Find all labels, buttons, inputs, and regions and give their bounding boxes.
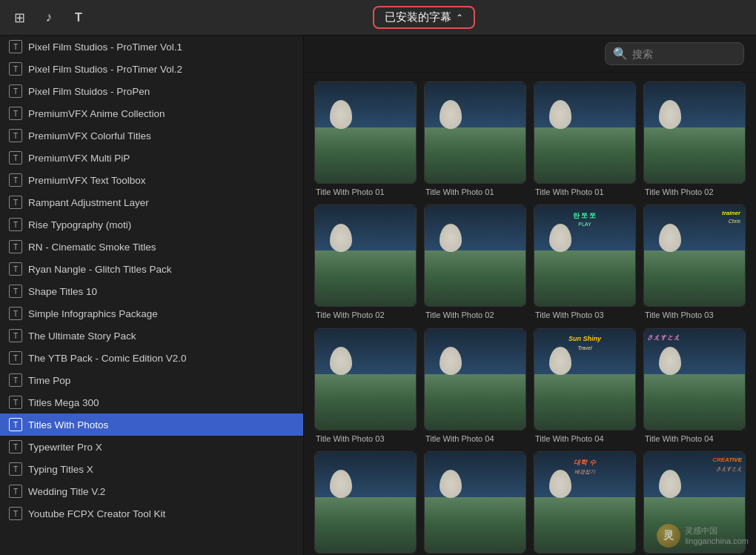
grid-item-2[interactable]: Jennifer Gibbs Student Title With Photo … xyxy=(534,82,636,197)
grid-item-9[interactable]: with photos Title With Photo 04 xyxy=(424,328,526,444)
sidebar-item-9[interactable]: TRN - Cinematic Smoke Titles xyxy=(0,236,303,258)
grid-item-7[interactable]: trainer Chris Title With Photo 03 xyxy=(643,205,746,320)
sidebar-item-icon-11: T xyxy=(9,285,22,298)
sidebar-item-icon-5: T xyxy=(9,151,22,164)
content-header: 🔍 xyxy=(304,36,756,73)
sidebar-item-label-10: Ryan Nangle - Glitch Titles Pack xyxy=(28,264,172,275)
grid-icon[interactable]: ⊞ xyxy=(9,7,30,28)
sidebar-item-label-18: Typewriter Pro X xyxy=(28,442,102,453)
top-bar: ⊞ ♪ T 已安装的字幕 ⌃ xyxy=(0,0,756,36)
sidebar-item-20[interactable]: TWedding Title V.2 xyxy=(0,480,303,502)
sidebar-item-14[interactable]: TThe YTB Pack - Comic Edition V2.0 xyxy=(0,347,303,369)
sidebar-item-18[interactable]: TTypewriter Pro X xyxy=(0,436,303,458)
sidebar-item-19[interactable]: TTyping Titles X xyxy=(0,458,303,480)
sidebar-item-2[interactable]: TPixel Film Stuidos - ProPen xyxy=(0,80,303,102)
sidebar-item-7[interactable]: TRampant Adjustment Layer xyxy=(0,191,303,213)
sidebar-item-icon-15: T xyxy=(9,373,22,387)
thumbnail-7: trainer Chris xyxy=(643,205,746,307)
sidebar-item-icon-7: T xyxy=(9,196,22,209)
search-box[interactable]: 🔍 xyxy=(605,42,744,65)
grid-item-11[interactable]: さえすとえ Title With Photo 04 xyxy=(643,328,746,444)
thumbnail-14: 대학 수 배경잡기 xyxy=(534,451,636,554)
sidebar-item-label-21: Youtube FCPX Creator Tool Kit xyxy=(28,508,165,519)
sidebar-item-15[interactable]: TTime Pop xyxy=(0,369,303,391)
grid-item-1[interactable]: Producer Studios Title With Photo 01 xyxy=(424,82,526,197)
chevron-icon: ⌃ xyxy=(456,13,463,23)
grid-item-8[interactable]: Olivia Wilson Tutor Title With Photo 03 xyxy=(314,328,417,444)
sidebar-item-icon-4: T xyxy=(9,129,22,142)
sidebar-item-icon-13: T xyxy=(9,329,22,342)
text-icon[interactable]: T xyxy=(68,7,89,28)
sidebar-item-label-20: Wedding Title V.2 xyxy=(28,486,105,497)
sidebar-item-17[interactable]: TTitles With Photos xyxy=(0,413,303,436)
sidebar-item-8[interactable]: TRise Typography (moti) xyxy=(0,213,303,236)
sidebar-item-12[interactable]: TSimple Infographics Package xyxy=(0,302,303,325)
sidebar-item-label-0: Pixel Film Studios - ProTimer Vol.1 xyxy=(28,41,182,53)
sidebar-item-label-9: RN - Cinematic Smoke Titles xyxy=(28,242,156,253)
grid-item-10[interactable]: Sun Shiny Travel Title With Photo 04 xyxy=(534,328,636,444)
sidebar-item-icon-6: T xyxy=(9,173,22,187)
grid-item-5[interactable]: Together Tutor Title With Photo 02 xyxy=(424,205,526,320)
sidebar-item-1[interactable]: TPixel Film Studios - ProTimer Vol.2 xyxy=(0,58,303,80)
sidebar-item-label-8: Rise Typography (moti) xyxy=(28,219,131,230)
grid-label-8: Title With Photo 03 xyxy=(314,433,417,444)
sidebar-item-label-6: PremiumVFX Text Toolbox xyxy=(28,175,146,186)
grid-label-7: Title With Photo 03 xyxy=(643,310,746,320)
grid-label-5: Title With Photo 02 xyxy=(424,310,526,320)
sidebar-item-label-16: Titles Mega 300 xyxy=(28,397,99,408)
sidebar-item-icon-18: T xyxy=(9,440,22,453)
sidebar-item-label-4: PremiumVFX Colorful Titles xyxy=(28,130,151,142)
thumbnail-5: Together Tutor xyxy=(424,205,526,307)
grid-container: SUSAN GARCIA Student Title With Photo 01… xyxy=(304,73,756,555)
sidebar-item-13[interactable]: TThe Ultimate Story Pack xyxy=(0,325,303,347)
sidebar-item-6[interactable]: TPremiumVFX Text Toolbox xyxy=(0,169,303,191)
toolbar-icons: ⊞ ♪ T xyxy=(9,7,89,28)
sidebar-item-icon-14: T xyxy=(9,351,22,365)
music-icon[interactable]: ♪ xyxy=(39,7,59,28)
sidebar-item-icon-19: T xyxy=(9,462,22,476)
grid-label-3: Title With Photo 02 xyxy=(643,187,746,197)
grid-item-12[interactable]: 갔수 카 충남자 Title With Photo 05 xyxy=(314,451,417,555)
sidebar-item-icon-10: T xyxy=(9,262,22,276)
sidebar-item-icon-8: T xyxy=(9,218,22,231)
sidebar-item-3[interactable]: TPremiumVFX Anime Collection xyxy=(0,102,303,124)
sidebar-item-4[interactable]: TPremiumVFX Colorful Titles xyxy=(0,124,303,147)
sidebar-item-16[interactable]: TTitles Mega 300 xyxy=(0,391,303,413)
sidebar-item-label-11: Shape Titles 10 xyxy=(28,286,97,297)
watermark-logo: 灵 xyxy=(657,524,680,548)
grid-item-6[interactable]: 란쪼쪼 PLAY Title With Photo 03 xyxy=(534,205,636,320)
sidebar-item-21[interactable]: TYoutube FCPX Creator Tool Kit xyxy=(0,502,303,525)
watermark-text: 灵感中国lingganchina.com xyxy=(685,525,749,547)
thumbnail-2: Jennifer Gibbs Student xyxy=(534,82,636,184)
sidebar-item-10[interactable]: TRyan Nangle - Glitch Titles Pack xyxy=(0,258,303,280)
sidebar-item-icon-21: T xyxy=(9,507,22,520)
sidebar-item-label-13: The Ultimate Story Pack xyxy=(28,330,136,342)
thumbnail-11: さえすとえ xyxy=(643,328,746,431)
sidebar: TPixel Film Studios - ProTimer Vol.1TPix… xyxy=(0,36,304,555)
grid-item-13[interactable]: TitleMaker Title With Photo 05 xyxy=(424,451,526,555)
grid-item-0[interactable]: SUSAN GARCIA Student Title With Photo 01 xyxy=(314,82,417,197)
search-input[interactable] xyxy=(632,48,736,60)
thumbnail-9: with photos xyxy=(424,328,526,431)
thumbnail-1: Producer Studios xyxy=(424,82,526,184)
sidebar-item-icon-16: T xyxy=(9,396,22,409)
thumbnail-3: MANGO music xyxy=(643,82,746,184)
main-area: TPixel Film Studios - ProTimer Vol.1TPix… xyxy=(0,36,756,555)
sidebar-item-label-14: The YTB Pack - Comic Edition V2.0 xyxy=(28,353,187,364)
sidebar-item-11[interactable]: TShape Titles 10 xyxy=(0,280,303,302)
sidebar-item-icon-2: T xyxy=(9,84,22,98)
installed-dropdown[interactable]: 已安装的字幕 ⌃ xyxy=(373,6,475,29)
grid-item-14[interactable]: 대학 수 배경잡기 Title With Photo 05 xyxy=(534,451,636,555)
grid-item-4[interactable]: 남성 모델 Title With Photo 02 xyxy=(314,205,417,320)
sidebar-item-5[interactable]: TPremiumVFX Multi PiP xyxy=(0,147,303,169)
sidebar-item-label-7: Rampant Adjustment Layer xyxy=(28,197,149,208)
sidebar-item-label-5: PremiumVFX Multi PiP xyxy=(28,153,130,164)
sidebar-item-label-2: Pixel Film Stuidos - ProPen xyxy=(28,86,150,97)
thumbnail-0: SUSAN GARCIA Student xyxy=(314,82,417,184)
grid-label-2: Title With Photo 01 xyxy=(534,187,636,197)
grid-label-11: Title With Photo 04 xyxy=(643,433,746,444)
sidebar-item-0[interactable]: TPixel Film Studios - ProTimer Vol.1 xyxy=(0,36,303,58)
sidebar-item-label-15: Time Pop xyxy=(28,375,70,386)
sidebar-item-icon-0: T xyxy=(9,40,22,53)
grid-item-3[interactable]: MANGO music Title With Photo 02 xyxy=(643,82,746,197)
